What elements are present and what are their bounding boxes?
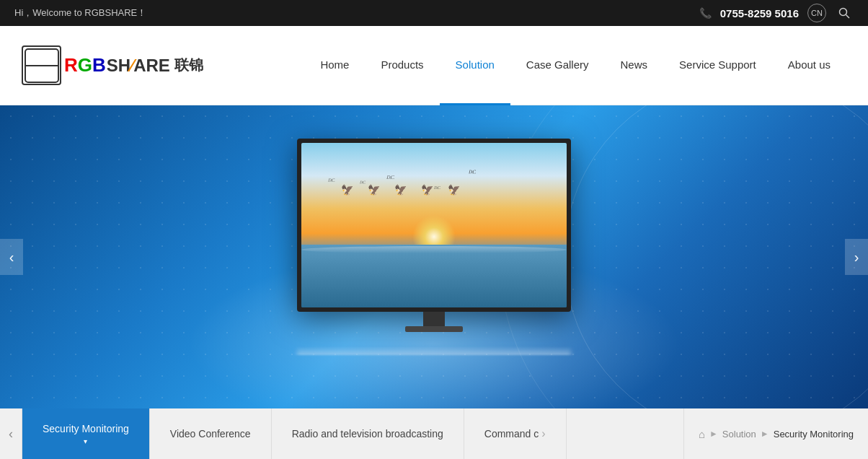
nav-case-gallery[interactable]: Case Gallery xyxy=(510,26,605,105)
wave xyxy=(301,246,567,253)
nav-products[interactable]: Products xyxy=(365,26,439,105)
search-icon xyxy=(838,7,850,19)
svg-point-0 xyxy=(840,9,847,16)
nav-about-us[interactable]: About us xyxy=(772,26,846,105)
breadcrumb-solution[interactable]: Solution xyxy=(722,429,756,440)
solution-item-security-monitoring[interactable]: Security Monitoring ▾ xyxy=(22,408,150,459)
breadcrumb-current: Security Monitoring xyxy=(774,429,854,440)
search-button[interactable] xyxy=(835,4,854,22)
logo-cn-name: 联锦 xyxy=(174,56,203,75)
svg-line-1 xyxy=(846,15,850,19)
breadcrumb-sep-2: ► xyxy=(761,429,769,439)
logo[interactable]: RGBSH∕ARE联锦 xyxy=(22,45,203,85)
bird-1: 𝄊 xyxy=(328,176,335,188)
top-bar: Hi，Welcome to RGBSHARE！ 📞 0755-8259 5016… xyxy=(0,0,868,26)
monitor-display: 𝄊 𝄊 𝄊 𝄊 𝄊 xyxy=(297,139,571,361)
main-nav: Home Products Solution Case Gallery News… xyxy=(304,26,846,105)
breadcrumb-sep-1: ► xyxy=(709,429,718,439)
nav-home[interactable]: Home xyxy=(304,26,365,105)
water xyxy=(301,245,567,307)
hero-banner: ‹ 𝄊 𝄊 𝄊 𝄊 𝄊 › xyxy=(0,105,868,408)
solution-item-video-conference[interactable]: Video Conference xyxy=(150,408,272,459)
monitor-base xyxy=(405,326,463,332)
logo-share: SH xyxy=(107,56,130,76)
logo-svg xyxy=(24,48,60,84)
logo-r: R xyxy=(64,54,78,76)
phone-icon: 📞 xyxy=(699,7,712,19)
phone-number: 0755-8259 5016 xyxy=(720,7,799,19)
logo-are: ARE xyxy=(133,56,170,76)
solution-bar: ‹ Security Monitoring ▾ Video Conference… xyxy=(0,408,868,459)
bird-3: 𝄊 xyxy=(386,172,394,185)
nav-news[interactable]: News xyxy=(605,26,664,105)
solution-item-command[interactable]: Command c › xyxy=(464,408,567,459)
chevron-down-icon: ▾ xyxy=(84,437,87,445)
logo-g: G xyxy=(78,54,92,76)
top-bar-right: 📞 0755-8259 5016 CN xyxy=(699,4,854,22)
monitor-frame: 𝄊 𝄊 𝄊 𝄊 𝄊 xyxy=(297,139,571,312)
nav-solution[interactable]: Solution xyxy=(440,26,510,105)
solution-item-radio-tv[interactable]: Radio and television broadcasting xyxy=(272,408,464,459)
logo-b: B xyxy=(92,54,106,76)
hero-prev-button[interactable]: ‹ xyxy=(0,239,23,275)
monitor-stand xyxy=(423,312,445,326)
home-icon[interactable]: ⌂ xyxy=(699,428,705,440)
more-arrow-icon: › xyxy=(541,427,545,440)
monitor-screen: 𝄊 𝄊 𝄊 𝄊 𝄊 xyxy=(301,143,567,307)
bird-2: 𝄊 xyxy=(360,179,366,188)
breadcrumb-area: ⌂ ► Solution ► Security Monitoring xyxy=(683,408,868,459)
nav-service-support[interactable]: Service Support xyxy=(663,26,772,105)
bird-4: 𝄊 xyxy=(434,184,440,194)
logo-text: RGBSH∕ARE联锦 xyxy=(64,54,203,76)
hero-next-button[interactable]: › xyxy=(845,239,868,275)
header: RGBSH∕ARE联锦 Home Products Solution Case … xyxy=(0,26,868,105)
welcome-text: Hi，Welcome to RGBSHARE！ xyxy=(14,6,146,19)
logo-box xyxy=(22,45,61,85)
monitor-reflection xyxy=(297,346,571,355)
bird-5: 𝄊 xyxy=(469,167,476,180)
language-button[interactable]: CN xyxy=(807,4,826,22)
solution-prev-button[interactable]: ‹ xyxy=(0,408,22,459)
